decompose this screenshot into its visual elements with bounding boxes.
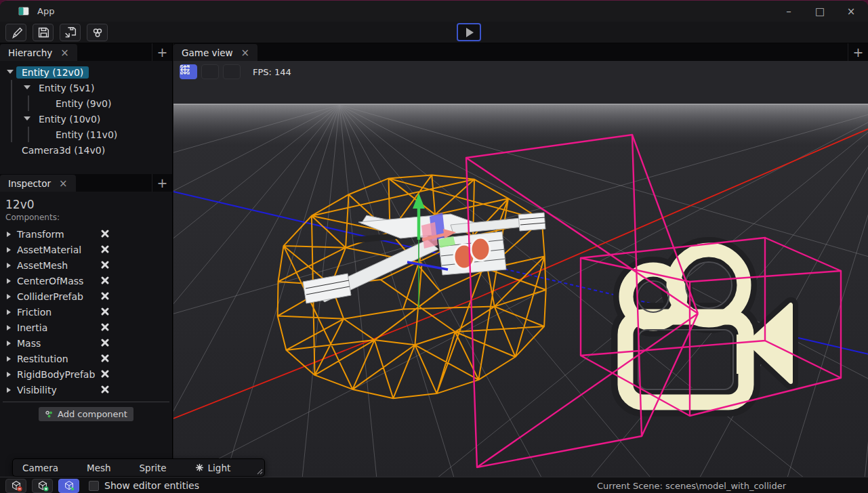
expand-arrow-icon[interactable]	[24, 85, 30, 89]
viewport-3d[interactable]: FPS: 144	[173, 61, 868, 477]
save-scene-button[interactable]	[33, 24, 54, 41]
hierarchy-item[interactable]: Entity (12v0)	[0, 64, 172, 80]
expand-arrow-icon[interactable]	[24, 116, 30, 121]
hierarchy-item[interactable]: Entity (10v0)	[0, 111, 172, 127]
component-row[interactable]: AssetMesh	[0, 257, 172, 273]
expand-arrow-icon[interactable]	[7, 263, 11, 268]
sun-icon	[195, 463, 204, 472]
hierarchy-item-label[interactable]: Entity (9v0)	[50, 98, 117, 110]
tab-game-view[interactable]: Game view ×	[173, 44, 257, 61]
editor-entities-button[interactable]	[58, 479, 79, 493]
rotate-tool-button[interactable]	[201, 64, 219, 79]
play-button[interactable]	[457, 23, 481, 41]
window-title: App	[37, 6, 54, 16]
component-row[interactable]: Visibility	[0, 382, 172, 398]
add-tab-button[interactable]: +	[848, 43, 868, 61]
spawn-entity-button[interactable]	[32, 479, 53, 493]
component-label: Inertia	[17, 322, 47, 333]
expand-arrow-icon[interactable]	[7, 278, 11, 284]
tab-light[interactable]: Light	[195, 463, 231, 473]
components-label: Components:	[5, 213, 172, 222]
remove-component-icon[interactable]	[100, 322, 110, 332]
hierarchy-item-label[interactable]: Camera3d (14v0)	[16, 144, 110, 156]
add-component-label: Add component	[58, 409, 127, 419]
remove-component-icon[interactable]	[100, 244, 110, 254]
add-tab-button[interactable]: +	[152, 174, 172, 192]
tab-inspector[interactable]: Inspector ×	[0, 175, 76, 192]
status-bar: Show editor entities Current Scene: scen…	[0, 477, 868, 493]
remove-component-icon[interactable]	[100, 353, 110, 363]
hierarchy-item-label[interactable]: Entity (5v1)	[33, 82, 100, 94]
close-button[interactable]: ×	[844, 5, 859, 18]
component-row[interactable]: RigidBodyPrefab	[0, 366, 172, 382]
scale-tool-button[interactable]	[223, 64, 241, 79]
close-icon[interactable]: ×	[241, 47, 250, 59]
remove-component-icon[interactable]	[100, 291, 110, 301]
expand-arrow-icon[interactable]	[7, 341, 11, 346]
expand-arrow-icon[interactable]	[7, 356, 11, 362]
component-row[interactable]: AssetMaterial	[0, 242, 172, 257]
component-row[interactable]: Friction	[0, 304, 172, 320]
tab-camera[interactable]: Camera	[22, 463, 58, 473]
component-row[interactable]: Restitution	[0, 351, 172, 366]
remove-component-icon[interactable]	[100, 369, 110, 379]
maximize-button[interactable]: □	[812, 5, 827, 18]
hierarchy-tabstrip: Hierarchy × +	[0, 43, 173, 61]
game-view-tabstrip: Game view × +	[173, 43, 868, 61]
tab-label: Mesh	[87, 463, 111, 473]
scene-canvas[interactable]	[173, 61, 868, 477]
tab-hierarchy-label: Hierarchy	[8, 47, 52, 58]
resize-handle[interactable]	[256, 468, 263, 475]
despawn-entity-button[interactable]	[5, 479, 26, 493]
remove-component-icon[interactable]	[100, 260, 110, 270]
open-scene-button[interactable]	[5, 24, 26, 41]
hierarchy-item-label[interactable]: Entity (11v0)	[50, 129, 123, 141]
hierarchy-item[interactable]: Entity (9v0)	[0, 95, 172, 111]
hierarchy-item-label[interactable]: Entity (10v0)	[33, 113, 106, 125]
tab-hierarchy[interactable]: Hierarchy ×	[0, 44, 77, 61]
remove-component-icon[interactable]	[100, 338, 110, 347]
component-label: ColliderPrefab	[17, 291, 83, 302]
tab-label: Light	[208, 463, 231, 473]
expand-arrow-icon[interactable]	[7, 387, 11, 393]
show-editor-entities-checkbox[interactable]	[89, 481, 99, 491]
component-row[interactable]: Mass	[0, 335, 172, 351]
hierarchy-item[interactable]: Camera3d (14v0)	[0, 142, 172, 158]
minimize-button[interactable]: –	[781, 5, 796, 18]
expand-arrow-icon[interactable]	[7, 294, 11, 299]
hierarchy-item-label[interactable]: Entity (12v0)	[16, 66, 89, 79]
indent-guide	[11, 95, 12, 111]
component-row[interactable]: CenterOfMass	[0, 273, 172, 288]
tab-mesh[interactable]: Mesh	[87, 463, 111, 473]
component-row[interactable]: Inertia	[0, 320, 172, 335]
add-tab-button[interactable]: +	[152, 43, 172, 61]
main-toolbar	[0, 22, 868, 43]
expand-arrow-icon[interactable]	[7, 232, 11, 237]
expand-arrow-icon[interactable]	[7, 247, 11, 253]
close-icon[interactable]: ×	[59, 177, 68, 190]
indent-guide	[11, 80, 12, 95]
save-scene-as-button[interactable]	[60, 24, 81, 41]
remove-component-icon[interactable]	[100, 385, 110, 394]
component-label: AssetMaterial	[17, 244, 81, 255]
close-icon[interactable]: ×	[60, 47, 69, 59]
component-row[interactable]: ColliderPrefab	[0, 288, 172, 304]
component-row[interactable]: Transform	[0, 226, 172, 242]
add-component-icon	[45, 410, 54, 419]
inspector-tabstrip: Inspector × +	[0, 174, 173, 192]
hierarchy-item[interactable]: Entity (11v0)	[0, 127, 172, 142]
remove-component-icon[interactable]	[100, 229, 110, 238]
remove-component-icon[interactable]	[100, 276, 110, 285]
remove-component-icon[interactable]	[100, 307, 110, 316]
add-component-button[interactable]: Add component	[39, 407, 133, 421]
scale-icon	[180, 64, 190, 75]
expand-arrow-icon[interactable]	[7, 70, 14, 74]
assets-button[interactable]	[87, 24, 108, 41]
tab-sprite[interactable]: Sprite	[140, 463, 167, 473]
hierarchy-item[interactable]: Entity (5v1)	[0, 80, 172, 95]
expand-arrow-icon[interactable]	[7, 372, 11, 377]
expand-arrow-icon[interactable]	[7, 309, 11, 315]
entity-palette-panel: CameraMeshSpriteLight	[12, 458, 265, 477]
titlebar: App – □ ×	[0, 1, 868, 22]
expand-arrow-icon[interactable]	[7, 325, 11, 330]
